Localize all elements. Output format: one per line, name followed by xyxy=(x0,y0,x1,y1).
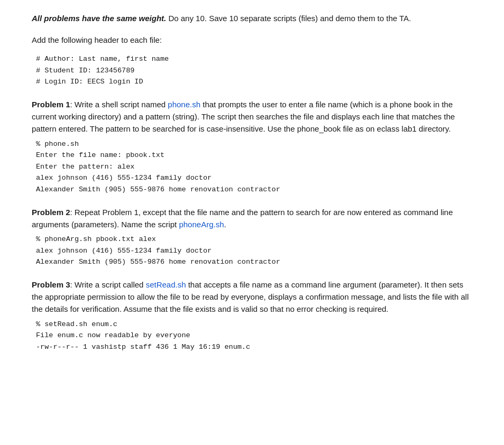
problem3-link[interactable]: setRead.sh xyxy=(146,280,186,289)
problem3-code-line1: % setRead.sh enum.c xyxy=(36,319,472,330)
problem1-code-block: % phone.sh Enter the file name: pbook.tx… xyxy=(32,138,472,196)
problem1-code-line4: alex johnson (416) 555-1234 family docto… xyxy=(36,172,472,184)
intro-bold: All problems have the same weight. xyxy=(32,14,166,23)
problem3-before-link: : Write a script called xyxy=(70,280,146,289)
problem2-after-link: . xyxy=(224,220,226,229)
intro-rest: Do any 10. Save 10 separate scripts (fil… xyxy=(166,14,411,23)
header-code-line1: # Author: Last name, first name xyxy=(36,53,472,65)
problem1-code-line2: Enter the file name: pbook.txt xyxy=(36,150,472,161)
problem2-block: Problem 2: Repeat Problem 1, except that… xyxy=(32,206,472,231)
problem2-code-line2: alex johnson (416) 555-1234 family docto… xyxy=(36,245,472,257)
header-code-line2: # Student ID: 123456789 xyxy=(36,65,472,77)
problem2-before-link: : Repeat Problem 1, except that the file… xyxy=(32,208,453,229)
problem1-code-line5: Alexander Smith (905) 555-9876 home reno… xyxy=(36,184,472,196)
problem2-code-block: % phoneArg.sh pbook.txt alex alex johnso… xyxy=(32,234,472,268)
problem1-link[interactable]: phone.sh xyxy=(168,100,200,109)
problem2-link[interactable]: phoneArg.sh xyxy=(179,220,224,229)
problem3-block: Problem 3: Write a script called setRead… xyxy=(32,279,472,316)
problem1-code-line1: % phone.sh xyxy=(36,138,472,150)
problem1-label: Problem 1 xyxy=(32,100,70,109)
problem2-text: Problem 2: Repeat Problem 1, except that… xyxy=(32,206,472,231)
problem1-block: Problem 1: Write a shell script named ph… xyxy=(32,98,472,135)
intro-paragraph: All problems have the same weight. Do an… xyxy=(32,13,472,25)
page-content: All problems have the same weight. Do an… xyxy=(0,0,504,383)
problem3-code-line2: File enum.c now readable by everyone xyxy=(36,330,472,341)
problem2-code-line3: Alexander Smith (905) 555-9876 home reno… xyxy=(36,256,472,268)
problem2-code-line1: % phoneArg.sh pbook.txt alex xyxy=(36,234,472,245)
problem1-before-link: : Write a shell script named xyxy=(70,100,168,109)
problem3-text: Problem 3: Write a script called setRead… xyxy=(32,279,472,316)
problem3-code-line3: -rw-r--r-- 1 vashistp staff 436 1 May 16… xyxy=(36,341,472,353)
header-code-line3: # Login ID: EECS login ID xyxy=(36,76,472,88)
problem2-label: Problem 2 xyxy=(32,208,70,217)
problem3-code-block: % setRead.sh enum.c File enum.c now read… xyxy=(32,319,472,353)
problem3-label: Problem 3 xyxy=(32,280,70,289)
problem1-text: Problem 1: Write a shell script named ph… xyxy=(32,98,472,135)
header-instruction: Add the following header to each file: xyxy=(32,34,472,47)
header-code-block: # Author: Last name, first name # Studen… xyxy=(32,53,472,88)
problem1-code-line3: Enter the pattern: alex xyxy=(36,161,472,173)
